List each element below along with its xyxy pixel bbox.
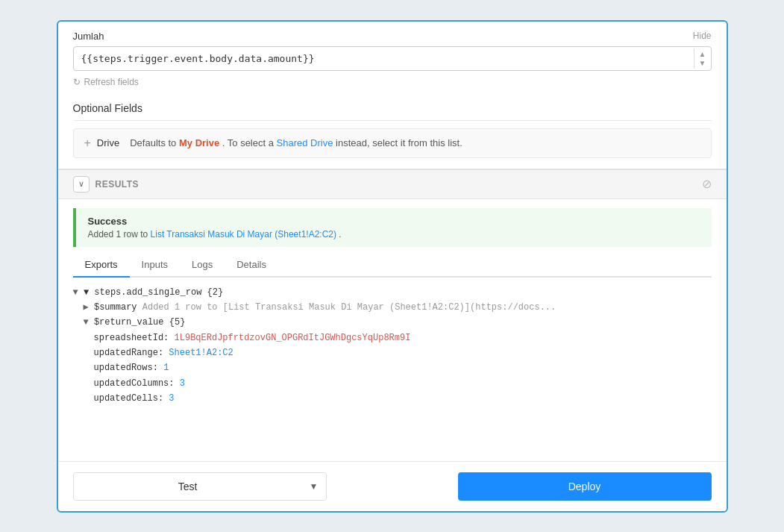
code-spreadsheet-id-label: spreadsheetId:: [94, 333, 169, 343]
jumlah-input[interactable]: [74, 47, 694, 70]
success-desc-after: .: [339, 229, 341, 240]
refresh-row: ↻ Refresh fields: [73, 77, 712, 87]
drive-desc-after: instead, select it from this list.: [336, 137, 462, 148]
tabs-row: Exports Inputs Logs Details: [73, 253, 712, 278]
shared-drive-link[interactable]: Shared Drive: [277, 137, 333, 148]
field-label: Jumlah: [73, 31, 104, 42]
results-label: RESULTS: [95, 179, 139, 190]
modal-container: Jumlah Hide ▲ ▼ ↻ Refresh fields Optiona…: [57, 20, 728, 513]
my-drive-text: My Drive: [179, 137, 219, 148]
code-updated-rows-value: 1: [163, 363, 169, 373]
drive-desc-mid: . To select a: [222, 137, 274, 148]
success-banner: Success Added 1 row to List Transaksi Ma…: [73, 208, 712, 247]
spinner-control[interactable]: ▲ ▼: [694, 48, 711, 69]
drive-row: + Drive Defaults to My Drive . To select…: [73, 128, 712, 158]
optional-fields-title: Optional Fields: [73, 102, 712, 121]
success-description: Added 1 row to List Transaksi Masuk Di M…: [88, 229, 700, 240]
tree-toggle-return[interactable]: ▼: [84, 317, 94, 328]
input-wrapper: ▲ ▼: [73, 46, 712, 71]
results-section: ∨ RESULTS ⊘ Success Added 1 row to List …: [58, 169, 727, 414]
footer: Test ▼ Deploy: [58, 461, 727, 511]
tab-inputs[interactable]: Inputs: [130, 253, 180, 278]
results-toggle-button[interactable]: ∨: [73, 176, 90, 193]
refresh-fields-button[interactable]: Refresh fields: [84, 77, 139, 87]
code-updated-cells-line: updatedCells: 3: [73, 391, 712, 406]
tree-toggle-root[interactable]: ▼: [73, 287, 84, 298]
code-updated-cells-value: 3: [169, 393, 174, 404]
code-updated-range-label: updatedRange:: [94, 348, 164, 358]
code-return-key: $return_value {5}: [94, 317, 185, 328]
code-spreadsheet-id-value: 1L9BqERdJpfrtdzovGN_OPGRdItJGWhDgcsYqUp8…: [175, 333, 411, 343]
tree-toggle-summary[interactable]: ▶: [84, 302, 94, 313]
optional-fields-section: Optional Fields + Drive Defaults to My D…: [58, 96, 727, 164]
spinner-up[interactable]: ▲: [699, 50, 706, 58]
tab-exports[interactable]: Exports: [73, 253, 130, 278]
pin-icon[interactable]: ⊘: [702, 177, 712, 191]
code-summary-line: ▶ $summary Added 1 row to [List Transaks…: [73, 300, 712, 315]
deploy-button[interactable]: Deploy: [458, 472, 712, 501]
code-updated-cells-label: updatedCells:: [94, 393, 164, 404]
tab-logs[interactable]: Logs: [180, 253, 225, 278]
test-button[interactable]: Test: [74, 473, 302, 500]
test-button-wrapper: Test ▼: [73, 472, 327, 501]
code-return-line: ▼ $return_value {5}: [73, 315, 712, 330]
code-updated-columns-label: updatedColumns:: [94, 378, 175, 389]
code-updated-range-value: Sheet1!A2:C2: [169, 348, 233, 358]
field-section: Jumlah Hide ▲ ▼ ↻ Refresh fields: [58, 22, 727, 96]
code-root-line: ▼ ▼ steps.add_single_row {2}: [73, 285, 712, 300]
code-summary-key: $summary: [94, 302, 137, 313]
success-title: Success: [88, 216, 700, 227]
code-updated-rows-line: updatedRows: 1: [73, 360, 712, 375]
hide-link[interactable]: Hide: [693, 31, 712, 41]
code-updated-columns-value: 3: [180, 378, 185, 389]
code-output: ▼ ▼ steps.add_single_row {2} ▶ $summary …: [58, 278, 727, 414]
chevron-down-icon: ▼: [310, 481, 319, 492]
drive-desc-before: Defaults to: [130, 137, 176, 148]
drive-description: Defaults to My Drive . To select a Share…: [130, 137, 462, 148]
code-spreadsheet-id-line: spreadsheetId: 1L9BqERdJpfrtdzovGN_OPGRd…: [73, 331, 712, 345]
field-label-row: Jumlah Hide: [73, 31, 712, 42]
success-sheet-link[interactable]: List Transaksi Masuk Di Mayar (Sheet1!A2…: [151, 229, 336, 240]
results-left: ∨ RESULTS: [73, 176, 139, 193]
chevron-down-icon: ∨: [78, 179, 84, 189]
code-summary-text: Added 1 row to [List Transaksi Masuk Di …: [142, 302, 556, 313]
drive-label: Drive: [97, 137, 119, 148]
refresh-icon: ↻: [73, 77, 81, 87]
code-root-key: ▼ steps.add_single_row {2}: [84, 287, 223, 298]
code-updated-range-line: updatedRange: Sheet1!A2:C2: [73, 345, 712, 360]
results-header: ∨ RESULTS ⊘: [58, 170, 727, 199]
code-updated-rows-label: updatedRows:: [94, 363, 158, 373]
success-desc-before: Added 1 row to: [88, 229, 148, 240]
code-updated-columns-line: updatedColumns: 3: [73, 376, 712, 391]
test-dropdown-button[interactable]: ▼: [302, 473, 326, 500]
drive-plus-icon: +: [84, 137, 91, 150]
spinner-down[interactable]: ▼: [699, 59, 706, 67]
tab-details[interactable]: Details: [225, 253, 278, 278]
